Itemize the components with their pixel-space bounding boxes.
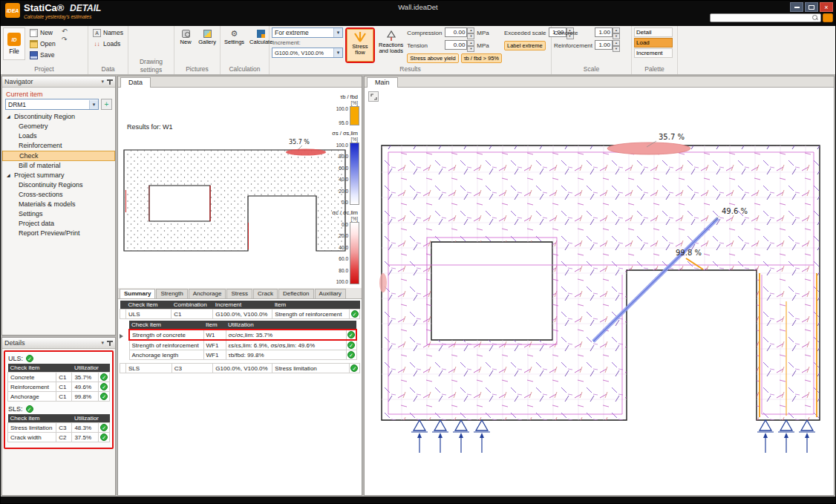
names-button[interactable]: ANames [91,27,125,38]
tension-spinner[interactable]: ▲▼ [467,40,474,52]
tree-item-project-data[interactable]: Project data [2,219,115,229]
support-icon [453,420,469,453]
tree-item-settings[interactable]: Settings [2,209,115,219]
tree-label: Discontinuity Region [14,112,75,122]
loads-button[interactable]: ↓↓Loads [91,39,125,49]
tree-item-discontinuity-region[interactable]: ◢Discontinuity Region [2,112,115,122]
tree-item-check[interactable]: Check [2,151,115,161]
expander-icon[interactable]: ◢ [7,112,12,122]
spin-up-icon[interactable]: ▲ [613,27,620,33]
gallery-button[interactable]: Gallery [197,27,218,59]
tab-main[interactable]: Main [367,77,398,88]
redo-button[interactable]: ↷ [60,36,69,43]
main-viewport[interactable]: 35.7 % 49.6 % 99.8 % [365,88,834,495]
tree-item-bill-of-material[interactable]: Bill of material [2,161,115,171]
fit-view-button[interactable] [368,91,379,102]
label-extreme-button[interactable]: Label extreme [504,41,546,50]
tab-stress[interactable]: Stress [226,289,252,298]
new-button[interactable]: New [27,27,58,38]
tb-fbd-95-button[interactable]: τb / fbd > 95% [461,53,502,63]
compression-spinner[interactable]: ▲▼ [467,27,474,39]
reinforcement-utilization-label: 49.6 % [722,207,748,215]
add-item-button[interactable]: + [101,99,112,110]
stress-above-yield-button[interactable]: Stress above yield [407,53,458,63]
tab-data[interactable]: Data [120,77,151,88]
search-input[interactable] [710,13,821,22]
concrete-scale-spinner[interactable]: ▲▼ [613,27,620,39]
tab-strength[interactable]: Strength [156,289,187,298]
spin-up-icon[interactable]: ▲ [467,40,474,46]
table-row-stress-limitation[interactable]: Stress limitation C3 48.3% ✓ [8,423,110,433]
tab-crack[interactable]: Crack [253,289,278,298]
tab-deflection[interactable]: Deflection [278,289,314,298]
table-row-reinforcement[interactable]: Reinforcement C1 49.6% ✓ [8,382,110,392]
palette-detail-button[interactable]: Detail [634,27,673,37]
reinforcement-scale-input[interactable]: 1.00 ▲▼ [595,40,620,52]
open-button[interactable]: Open [27,39,58,49]
pass-icon: ✓ [26,405,33,413]
tick: 60.0 [336,166,348,171]
reactions-loads-button[interactable]: Reactions and loads [377,27,405,59]
table-row-strength-of-reinforcement[interactable]: Strength of reinforcement WF1 εs/εs,lim:… [129,340,356,350]
close-button[interactable]: × [820,2,833,12]
compression-input[interactable]: 0.00 ▲▼ [445,27,474,39]
concrete-utilization-label: 35.7 % [659,133,685,141]
current-item-select[interactable]: DRM1 ▾ [5,99,99,110]
table-row-uls[interactable]: ULS C1 G100.0%, V100.0% Strength of rein… [120,310,360,319]
pin-icon[interactable] [107,340,113,347]
increment-select[interactable]: G100.0%, V100.0% ▾ [272,48,343,58]
tension-input[interactable]: 0.00 ▲▼ [445,40,474,52]
panel-collapse-icon[interactable]: ▾ [101,79,104,85]
maximize-button[interactable] [805,2,818,12]
settings-label: Settings [224,39,244,45]
picture-new-button[interactable]: New [177,27,195,59]
pass-icon: ✓ [350,364,358,372]
file-button[interactable]: ID File [3,27,25,60]
minimize-button[interactable] [790,2,803,12]
tree-item-materials-models[interactable]: Materials & models [2,200,115,209]
tree-item-loads[interactable]: Loads [2,131,115,141]
table-row-anchorage[interactable]: Anchorage C1 99.8% ✓ [8,392,110,402]
undo-button[interactable]: ↶ [60,27,69,35]
panel-collapse-icon[interactable]: ▾ [101,340,104,346]
reinforcement-scale-spinner[interactable]: ▲▼ [613,40,620,52]
cell-item: W1 [203,330,226,340]
tab-summary[interactable]: Summary [120,289,155,298]
save-button[interactable]: Save [27,50,58,60]
tab-auxiliary[interactable]: Auxiliary [315,289,346,298]
pin-icon[interactable] [107,79,113,85]
table-row-anchorage-length[interactable]: Anchorage length WF1 τb/fbd: 99.8% ✓ [129,350,356,360]
data-canvas[interactable]: Results for: W1 35.7 % [118,88,362,495]
spin-up-icon[interactable]: ▲ [467,27,474,33]
table-row-sls[interactable]: SLS C3 G100.0%, V100.0% Stress limitatio… [120,364,360,373]
header-combination: Combination [172,301,213,310]
concrete-scale-input[interactable]: 1.00 ▲▼ [595,27,620,39]
palette-load-button[interactable]: Load [634,38,673,48]
extreme-select[interactable]: For extreme ▾ [272,27,343,38]
spin-down-icon[interactable]: ▼ [467,33,474,39]
tree-item-cross-sections[interactable]: Cross-sections [2,190,115,200]
spin-down-icon[interactable]: ▼ [613,46,620,52]
tree-item-report-preview-print[interactable]: Report Preview/Print [2,229,115,238]
table-row-crack-width[interactable]: Crack width C2 37.5% ✓ [8,433,110,442]
pass-icon: ✓ [347,341,355,349]
spin-down-icon[interactable]: ▼ [467,46,474,52]
settings-button[interactable]: ⚙Settings [223,27,246,59]
cell-check-item: Strength of concrete [129,330,203,340]
table-row-concrete[interactable]: Concrete C1 35.7% ✓ [8,373,110,382]
table-row-strength-of-concrete[interactable]: Strength of concrete W1 σc/σc,lim: 35.7%… [129,330,356,340]
search-go-button[interactable] [823,13,833,22]
stress-flow-button[interactable]: Stress flow [347,29,373,62]
sls-row-table: SLS C3 G100.0%, V100.0% Stress limitatio… [120,363,360,373]
spin-down-icon[interactable]: ▼ [613,33,620,39]
spin-up-icon[interactable]: ▲ [613,40,620,46]
tree-label: Geometry [19,122,48,131]
tree-item-discontinuity-regions[interactable]: Discontinuity Regions [2,180,115,190]
tab-anchorage[interactable]: Anchorage [189,289,226,298]
tree-item-project-summary[interactable]: ◢Project summary [2,171,115,180]
tree-item-reinforcement[interactable]: Reinforcement [2,141,115,151]
check-results-area: Summary Strength Anchorage Stress Crack … [118,288,362,373]
palette-increment-button[interactable]: Increment [634,48,673,58]
expander-icon[interactable]: ◢ [7,171,12,180]
tree-item-geometry[interactable]: Geometry [2,122,115,131]
